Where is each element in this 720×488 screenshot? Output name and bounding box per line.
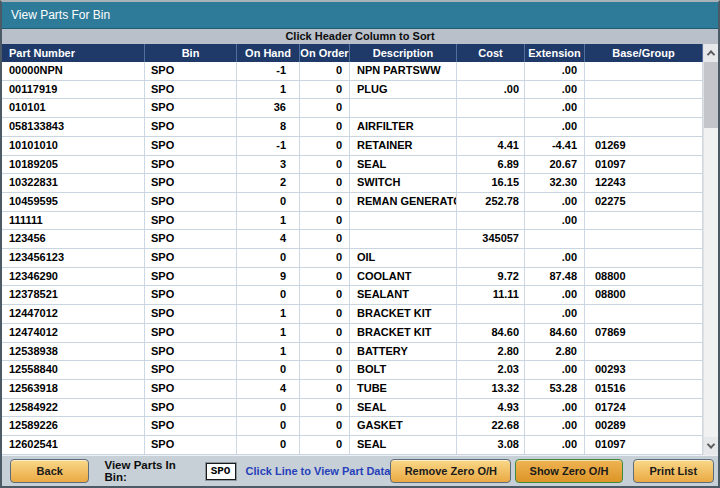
cell-cost: 11.11: [457, 286, 525, 304]
cell-on-hand: 0: [237, 361, 300, 379]
cell-part-number: 12378521: [2, 286, 145, 304]
column-header-part-number[interactable]: Part Number: [2, 44, 145, 62]
show-zero-oh-button[interactable]: Show Zero O/H: [515, 459, 622, 483]
cell-description: NPN PARTSWW: [350, 62, 457, 80]
cell-base-group: [585, 343, 703, 361]
cell-description: SEAL: [350, 399, 457, 417]
cell-base-group: 01097: [585, 156, 703, 174]
cell-description: RETAINER: [350, 137, 457, 155]
table-row[interactable]: 10101010SPO-10RETAINER4.41-4.4101269: [2, 137, 703, 156]
cell-bin: SPO: [145, 343, 237, 361]
cell-on-order: 0: [300, 118, 350, 136]
cell-part-number: 123456: [2, 230, 145, 248]
table-row[interactable]: 010101SPO360.00: [2, 99, 703, 118]
bin-input[interactable]: [206, 463, 236, 480]
scrollbar-track[interactable]: [704, 128, 718, 437]
table-row[interactable]: 12447012SPO10BRACKET KIT.00: [2, 305, 703, 324]
cell-cost: 2.03: [457, 361, 525, 379]
cell-part-number: 10189205: [2, 156, 145, 174]
column-header-extension[interactable]: Extension: [525, 44, 585, 62]
table-header-row: Part NumberBinOn HandOn OrderDescription…: [2, 44, 703, 62]
cell-cost: 3.08: [457, 436, 525, 454]
cell-base-group: 08800: [585, 268, 703, 286]
scrollbar-thumb[interactable]: [704, 62, 718, 128]
table-row[interactable]: 123456SPO40345057: [2, 230, 703, 249]
cell-description: PLUG: [350, 81, 457, 99]
cell-on-order: 0: [300, 286, 350, 304]
view-parts-window: View Parts For Bin Click Header Column t…: [0, 0, 720, 488]
cell-cost: .00: [457, 81, 525, 99]
cell-extension: 2.80: [525, 343, 585, 361]
cell-cost: 16.15: [457, 174, 525, 192]
table-row[interactable]: 10459595SPO00REMAN GENERATOR252.78.00022…: [2, 193, 703, 212]
table-row[interactable]: 00000NPNSPO-10NPN PARTSWW.00: [2, 62, 703, 81]
scroll-up-button[interactable]: [704, 44, 718, 62]
cell-extension: .00: [525, 118, 585, 136]
cell-cost: 252.78: [457, 193, 525, 211]
table-row[interactable]: 12346290SPO90COOLANT9.7287.4808800: [2, 268, 703, 287]
cell-on-hand: 1: [237, 324, 300, 342]
table-row[interactable]: 12589226SPO00GASKET22.68.0000289: [2, 417, 703, 436]
table-row[interactable]: 12538938SPO10BATTERY2.802.80: [2, 343, 703, 362]
cell-cost: 9.72: [457, 268, 525, 286]
table-row[interactable]: 12584922SPO00SEAL4.93.0001724: [2, 399, 703, 418]
table-row[interactable]: 12602541SPO00SEAL3.08.0001097: [2, 436, 703, 455]
bin-field-label: View Parts In Bin:: [104, 459, 200, 483]
cell-base-group: 01269: [585, 137, 703, 155]
table-row[interactable]: 10189205SPO30SEAL6.8920.6701097: [2, 156, 703, 175]
column-header-cost[interactable]: Cost: [457, 44, 525, 62]
cell-bin: SPO: [145, 137, 237, 155]
table-row[interactable]: 12558840SPO00BOLT2.03.0000293: [2, 361, 703, 380]
table-row[interactable]: 111111SPO10.00: [2, 212, 703, 231]
table-row[interactable]: 058133843SPO80AIRFILTER.00: [2, 118, 703, 137]
table-row[interactable]: 12474012SPO10BRACKET KIT84.6084.6007869: [2, 324, 703, 343]
cell-extension: .00: [525, 99, 585, 117]
column-header-on-order[interactable]: On Order: [300, 44, 350, 62]
table-row[interactable]: 00117919SPO10PLUG.00.00: [2, 81, 703, 100]
sort-instruction: Click Header Column to Sort: [2, 29, 718, 44]
cell-base-group: 08800: [585, 286, 703, 304]
cell-on-order: 0: [300, 156, 350, 174]
column-header-on-hand[interactable]: On Hand: [237, 44, 300, 62]
column-header-bin[interactable]: Bin: [145, 44, 237, 62]
cell-on-hand: 1: [237, 212, 300, 230]
cell-on-order: 0: [300, 417, 350, 435]
cell-extension: .00: [525, 286, 585, 304]
cell-cost: [457, 249, 525, 267]
cell-description: SEAL: [350, 156, 457, 174]
cell-part-number: 00000NPN: [2, 62, 145, 80]
cell-bin: SPO: [145, 174, 237, 192]
cell-on-order: 0: [300, 324, 350, 342]
cell-bin: SPO: [145, 193, 237, 211]
cell-extension: -4.41: [525, 137, 585, 155]
cell-extension: .00: [525, 417, 585, 435]
cell-part-number: 010101: [2, 99, 145, 117]
cell-bin: SPO: [145, 417, 237, 435]
table-row[interactable]: 123456123SPO00OIL.00: [2, 249, 703, 268]
remove-zero-oh-button[interactable]: Remove Zero O/H: [390, 459, 511, 483]
column-header-base-group[interactable]: Base/Group: [585, 44, 703, 62]
cell-on-order: 0: [300, 137, 350, 155]
cell-description: SWITCH: [350, 174, 457, 192]
table-row[interactable]: 12378521SPO00SEALANT11.11.0008800: [2, 286, 703, 305]
table-row[interactable]: 12563918SPO40TUBE13.3253.2801516: [2, 380, 703, 399]
scroll-down-button[interactable]: [704, 437, 718, 455]
back-button[interactable]: Back: [10, 459, 89, 483]
print-list-button[interactable]: Print List: [633, 459, 714, 483]
cell-cost: 345057: [457, 230, 525, 248]
cell-on-order: 0: [300, 268, 350, 286]
parts-table: Part NumberBinOn HandOn OrderDescription…: [2, 44, 718, 455]
cell-base-group: [585, 212, 703, 230]
cell-on-hand: 1: [237, 81, 300, 99]
cell-on-hand: 3: [237, 156, 300, 174]
cell-description: SEALANT: [350, 286, 457, 304]
cell-part-number: 058133843: [2, 118, 145, 136]
vertical-scrollbar[interactable]: [703, 44, 718, 455]
table-row[interactable]: 10322831SPO20SWITCH16.1532.3012243: [2, 174, 703, 193]
cell-bin: SPO: [145, 156, 237, 174]
cell-description: AIRFILTER: [350, 118, 457, 136]
cell-base-group: 07869: [585, 324, 703, 342]
cell-description: BRACKET KIT: [350, 324, 457, 342]
cell-cost: [457, 62, 525, 80]
column-header-description[interactable]: Description: [350, 44, 457, 62]
